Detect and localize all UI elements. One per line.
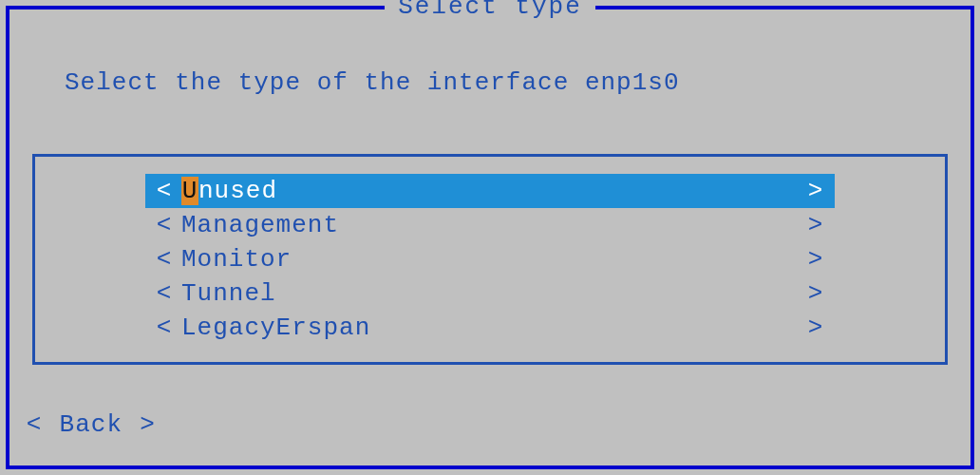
menu-item-label: Management	[176, 211, 804, 239]
menu-item-management[interactable]: < Management >	[145, 208, 835, 242]
menu-item-label: LegacyErspan	[176, 314, 804, 342]
chevron-right-icon: >	[804, 314, 827, 342]
hotkey-char: U	[181, 177, 198, 205]
chevron-right-icon: >	[804, 211, 827, 239]
menu-item-label: Unused	[176, 177, 804, 205]
chevron-left-icon: <	[153, 314, 176, 342]
dialog-frame: Select type Select the type of the inter…	[6, 6, 974, 469]
chevron-right-icon: >	[804, 245, 827, 274]
dialog-title-wrap: Select type	[9, 0, 971, 21]
chevron-right-icon: >	[804, 177, 827, 205]
chevron-left-icon: <	[25, 410, 44, 439]
chevron-right-icon: >	[139, 410, 158, 439]
menu-item-monitor[interactable]: < Monitor >	[145, 242, 835, 276]
chevron-left-icon: <	[153, 245, 176, 274]
chevron-left-icon: <	[153, 177, 176, 205]
chevron-left-icon: <	[153, 211, 176, 239]
menu-item-label: Monitor	[176, 245, 804, 274]
menu-list: < Unused > < Management > < Monitor > < …	[145, 174, 835, 345]
menu-item-label: Tunnel	[176, 279, 804, 308]
chevron-left-icon: <	[153, 279, 176, 308]
back-button-label: Back	[60, 410, 122, 439]
dialog-prompt: Select the type of the interface enp1s0	[65, 68, 680, 97]
menu-item-unused[interactable]: < Unused >	[145, 174, 835, 208]
back-button[interactable]: < Back >	[25, 410, 158, 439]
chevron-right-icon: >	[804, 279, 827, 308]
menu-item-tunnel[interactable]: < Tunnel >	[145, 276, 835, 311]
menu-item-legacyerspan[interactable]: < LegacyErspan >	[145, 311, 835, 345]
menu-frame: < Unused > < Management > < Monitor > < …	[32, 154, 948, 365]
dialog-title: Select type	[385, 0, 595, 21]
